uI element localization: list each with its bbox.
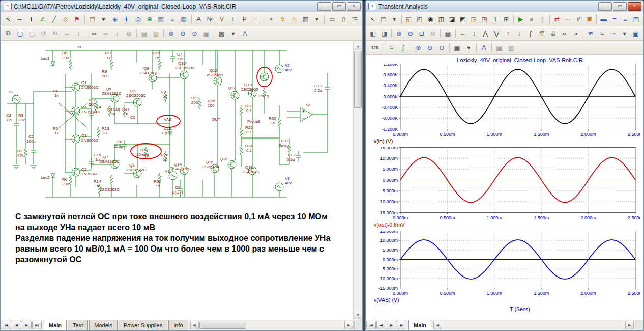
- properties-icon[interactable]: ⊞: [501, 14, 512, 24]
- horizontal-tag-icon[interactable]: ◫: [436, 14, 447, 24]
- prev-page-button[interactable]: ◀: [376, 321, 386, 329]
- schematic-canvas[interactable]: VCX1C80pR320kC1100uR247kLed1Led2R8200R62…: [1, 41, 353, 320]
- align-waves-icon[interactable]: ≋: [585, 28, 596, 39]
- vertical-scrollbar[interactable]: ▲ ▼: [353, 41, 362, 320]
- scroll-up-button[interactable]: ▲: [354, 42, 362, 50]
- tab-power-supplies[interactable]: Power Supplies: [119, 320, 167, 330]
- grid-options-dropdown-icon[interactable]: ▾: [463, 42, 475, 53]
- scale-mode-icon[interactable]: ◱: [403, 14, 414, 24]
- close-button[interactable]: ×: [347, 2, 361, 11]
- image-icon[interactable]: ▣: [200, 28, 212, 39]
- restore-button[interactable]: ▭: [613, 2, 627, 11]
- analysis-titlebar[interactable]: ≈ Transient Analysis – ▭ ×: [366, 1, 643, 12]
- restore-button[interactable]: ▭: [332, 2, 346, 11]
- zoom-in-plot-icon[interactable]: ⊕: [413, 42, 424, 53]
- zap-icon[interactable]: ↯: [277, 14, 288, 24]
- go-right-icon[interactable]: »: [570, 28, 581, 39]
- web-icon[interactable]: ⊕: [143, 14, 155, 24]
- split-view-icon[interactable]: ◳: [349, 14, 361, 24]
- vertical-tag-icon[interactable]: ◪: [447, 14, 457, 24]
- zoom-rect-icon[interactable]: ⊡: [416, 28, 427, 39]
- first-page-button[interactable]: |◀: [366, 321, 376, 329]
- zoom-in-icon[interactable]: ⊕: [165, 28, 177, 39]
- point-tag-icon[interactable]: ◉: [425, 14, 435, 24]
- sine-source-icon[interactable]: ∼: [14, 14, 26, 24]
- stop-find-icon[interactable]: ⊘: [123, 28, 135, 39]
- tab-text[interactable]: Text: [68, 320, 88, 330]
- close-button[interactable]: ×: [628, 2, 641, 11]
- spreadsheet-icon[interactable]: ▦: [155, 14, 167, 24]
- region-select-icon[interactable]: ◲: [469, 14, 479, 24]
- tab-main[interactable]: Main: [44, 320, 67, 330]
- rotate-ccw-icon[interactable]: ↺: [38, 28, 49, 39]
- tag-vertical-icon[interactable]: ∫: [397, 42, 409, 53]
- accumulate-icon[interactable]: ▣: [584, 14, 595, 24]
- rotate-cw-icon[interactable]: ↻: [49, 28, 61, 39]
- grid-options-icon[interactable]: ▦: [451, 42, 463, 53]
- horizontal-cursor-icon[interactable]: ↔: [457, 28, 469, 39]
- clipboard-icon[interactable]: ▤: [378, 14, 389, 24]
- tab-main[interactable]: Main: [408, 320, 431, 330]
- data-point-icon[interactable]: ◳: [479, 14, 490, 24]
- horizontal-scroll-thumb[interactable]: [199, 322, 246, 329]
- scroll-right-button[interactable]: ▶: [344, 321, 353, 329]
- plot-vout[interactable]: 15.000m10.000m5.000m0.000m-5.000m-10.000…: [369, 147, 640, 221]
- plot-layout-2-icon[interactable]: =: [609, 14, 620, 24]
- tab-info[interactable]: Info: [168, 320, 188, 330]
- find-part-icon[interactable]: ◈: [109, 14, 121, 24]
- cascade-windows-icon[interactable]: ⧉: [3, 28, 14, 39]
- vertical-cursor-icon[interactable]: ↕: [469, 28, 480, 39]
- find-next-icon[interactable]: ↓: [111, 28, 123, 39]
- next-page-button[interactable]: ▶: [387, 321, 396, 329]
- checklist-icon[interactable]: ▥: [178, 14, 190, 24]
- info-icon[interactable]: ℹ: [121, 14, 132, 24]
- horizontal-scrollbar[interactable]: ◀ ▶: [190, 321, 354, 329]
- flip-vertical-icon[interactable]: ↕: [73, 28, 84, 39]
- clipboard-icon[interactable]: ▤: [86, 14, 98, 24]
- scroll-right-button[interactable]: ▶: [625, 321, 634, 329]
- clipboard-dropdown-icon[interactable]: ▾: [98, 14, 109, 24]
- copy-plot-icon[interactable]: ▤: [493, 42, 505, 53]
- peak-icon[interactable]: ⋀: [480, 28, 491, 39]
- numeric-values-icon[interactable]: 123: [367, 42, 382, 53]
- find-repeat-icon[interactable]: ∞: [100, 28, 111, 39]
- cut-region-icon[interactable]: ×: [266, 14, 277, 24]
- font-icon[interactable]: A: [478, 42, 490, 53]
- select-arrow-icon[interactable]: ↖: [367, 14, 378, 24]
- cursor-swap-icon[interactable]: ⇄: [551, 14, 562, 24]
- overlay-waves-icon[interactable]: ∽: [607, 28, 619, 39]
- help-target-icon[interactable]: ◎: [132, 14, 144, 24]
- panel-right-icon[interactable]: ◨: [378, 28, 390, 39]
- page-list-icon[interactable]: ▯: [338, 14, 349, 24]
- text-tool-icon[interactable]: T: [490, 14, 501, 24]
- scroll-left-button[interactable]: ◀: [190, 321, 199, 329]
- valley-icon[interactable]: ⋁: [491, 28, 502, 39]
- prev-page-button[interactable]: ◀: [12, 321, 21, 329]
- grid-icon[interactable]: ▦: [300, 14, 311, 24]
- panel-left-icon[interactable]: ◧: [367, 28, 378, 39]
- inflection-icon[interactable]: ∫: [525, 28, 536, 39]
- copy-icon[interactable]: ▤: [138, 28, 150, 39]
- stop-button[interactable]: ■: [526, 14, 537, 24]
- tab-models[interactable]: Models: [89, 320, 117, 330]
- cursor-mode-icon[interactable]: ◰: [414, 14, 425, 24]
- plot-layout-grid-icon[interactable]: ▤: [631, 14, 641, 24]
- font-icon[interactable]: A: [239, 28, 251, 39]
- plot-properties-icon[interactable]: ▤: [442, 28, 453, 39]
- zoom-100-icon[interactable]: ⊙: [189, 28, 200, 39]
- pages-icon[interactable]: ▣: [630, 28, 641, 39]
- tag-horizontal-icon[interactable]: ≈: [386, 42, 397, 53]
- grid-dropdown-icon[interactable]: ▾: [311, 14, 323, 24]
- last-page-button[interactable]: ▶|: [397, 321, 406, 329]
- run-button[interactable]: ▶: [515, 14, 526, 24]
- zoom-out-plot-icon[interactable]: ⊖: [424, 42, 436, 53]
- zoom-off-icon[interactable]: ⊘: [427, 28, 438, 39]
- zoom-out-icon[interactable]: ⊖: [177, 28, 189, 39]
- diagonal-wire-icon[interactable]: ╱: [48, 14, 60, 24]
- minimize-button[interactable]: –: [598, 2, 612, 11]
- low-icon[interactable]: ↓: [514, 28, 525, 39]
- data-points-icon[interactable]: ⋯: [562, 14, 573, 24]
- attribute-text-icon[interactable]: A: [193, 14, 205, 24]
- stack-waves-icon[interactable]: ≈: [596, 28, 607, 39]
- schematic-titlebar[interactable]: ~ C:\MC11\DATA\Petrov\Lozickiy\Lozickiy_…: [1, 1, 362, 12]
